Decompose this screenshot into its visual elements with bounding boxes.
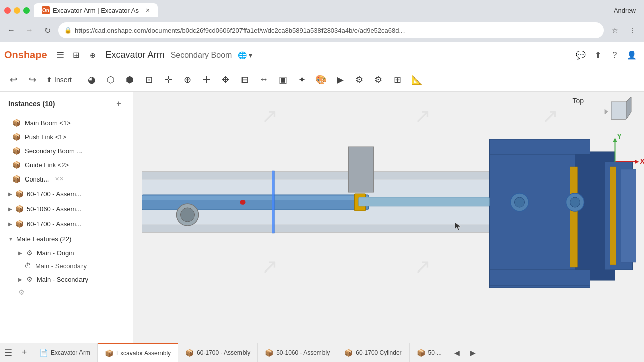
minimize-button[interactable] bbox=[14, 7, 20, 14]
top-label: Top bbox=[572, 97, 584, 105]
tab-label-50-extra: 50-... bbox=[428, 349, 442, 356]
tab-label-60-1700: 60-1700 - Assembly bbox=[197, 349, 250, 356]
svg-marker-33 bbox=[605, 109, 608, 114]
user-profile-button[interactable]: 👤 bbox=[624, 47, 640, 63]
section-button[interactable]: ⬢ bbox=[121, 71, 139, 89]
assembly-icon-3: 📦 bbox=[15, 220, 24, 228]
move-button[interactable]: ✢ bbox=[197, 71, 215, 89]
undo-button[interactable]: ↩ bbox=[4, 71, 22, 89]
svg-marker-32 bbox=[626, 97, 631, 119]
render-button[interactable]: 🎨 bbox=[312, 71, 330, 89]
reload-button[interactable]: ↻ bbox=[40, 23, 54, 37]
help-button[interactable]: ? bbox=[607, 47, 623, 63]
zoom-fit-button[interactable]: ⊡ bbox=[140, 71, 158, 89]
svg-rect-5 bbox=[570, 167, 578, 267]
tab-nav-right[interactable]: ▶ bbox=[465, 345, 481, 361]
tab-excavator-assembly[interactable]: 📦 Excavator Assembly bbox=[98, 343, 178, 363]
app-title: Excavator Arm bbox=[106, 50, 165, 60]
bookmark-button[interactable]: ☆ bbox=[608, 23, 622, 37]
sidebar-mate-main-secondary-2[interactable]: ▶ ⚙ Main - Secondary bbox=[0, 273, 133, 286]
tab-close-button[interactable]: × bbox=[146, 6, 150, 14]
pan-button[interactable]: ✥ bbox=[216, 71, 234, 89]
maximize-button[interactable] bbox=[23, 7, 30, 14]
svg-rect-11 bbox=[142, 196, 369, 200]
tab-add-button[interactable]: + bbox=[16, 345, 32, 361]
tab-60-1700-cylinder[interactable]: 📦 60-1700 Cylinder bbox=[337, 343, 409, 363]
sidebar-item-push-link[interactable]: 📦 Push Link <1> bbox=[0, 130, 133, 144]
push-link-label: Push Link <1> bbox=[25, 133, 66, 141]
chat-button[interactable]: 💬 bbox=[573, 47, 589, 63]
constr-decoration: ✕✕ bbox=[55, 176, 64, 183]
grid-button[interactable]: ⊞ bbox=[388, 71, 407, 89]
rotate-button[interactable]: ⊕ bbox=[178, 71, 196, 89]
mate-revolute-icon-1: ⏱ bbox=[24, 262, 31, 270]
view-mode-button[interactable]: ◕ bbox=[83, 71, 101, 89]
back-button[interactable]: ← bbox=[4, 23, 18, 37]
insert-label: Insert bbox=[54, 76, 72, 84]
viewport[interactable]: ↗ ↗ ↗ ↗ ↗ ↗ ↗ ↗ bbox=[133, 92, 644, 343]
address-bar[interactable]: 🔒 https://cad.onshape.com/documents/b0dc… bbox=[58, 22, 604, 38]
measure-button[interactable]: 📐 bbox=[408, 71, 426, 89]
snap-button[interactable]: ↔ bbox=[255, 71, 273, 89]
tab-50-1060-assembly[interactable]: 📦 50-1060 - Assembly bbox=[258, 343, 337, 363]
active-browser-tab[interactable]: On Excavator Arm | Excavator As × bbox=[34, 3, 158, 17]
instances-title: Instances (10) bbox=[8, 100, 55, 108]
tab-60-1700-assembly[interactable]: 📦 60-1700 - Assembly bbox=[178, 343, 258, 363]
share-button[interactable]: ⬆ bbox=[590, 47, 606, 63]
add-instance-sidebar-button[interactable]: + bbox=[113, 98, 125, 110]
tab-50-extra[interactable]: 📦 50-... bbox=[410, 343, 449, 363]
part-icon-push-link: 📦 bbox=[12, 133, 21, 141]
tab-label-excavator-arm: Excavator Arm bbox=[51, 349, 90, 356]
tab-icon-excavator-arm: 📄 bbox=[39, 349, 48, 357]
tab-nav-left[interactable]: ◀ bbox=[449, 345, 465, 361]
sidebar-item-guide-link[interactable]: 📦 Guide Link <2> bbox=[0, 158, 133, 172]
redo-button[interactable]: ↪ bbox=[23, 71, 41, 89]
user-name: Andrew bbox=[614, 7, 640, 14]
mate-features-header[interactable]: ▼ Mate Features (22) bbox=[0, 231, 133, 246]
svg-rect-13 bbox=[359, 197, 490, 206]
onshape-logo: Onshape bbox=[4, 49, 47, 61]
sidebar-group-60-1700-2[interactable]: ▶ 📦 60-1700 - Assem... bbox=[0, 216, 133, 231]
select-button[interactable]: ▣ bbox=[274, 71, 292, 89]
perspective-button[interactable]: ⬡ bbox=[102, 71, 120, 89]
tab-label-excavator-assembly: Excavator Assembly bbox=[116, 350, 171, 357]
insert-button[interactable]: ⬆ Insert bbox=[42, 74, 76, 86]
svg-marker-25 bbox=[635, 160, 639, 164]
sidebar-group-50-1060[interactable]: ▶ 📦 50-1060 - Assem... bbox=[0, 201, 133, 216]
explode-button[interactable]: ✦ bbox=[293, 71, 311, 89]
part-icon-constr: 📦 bbox=[12, 175, 21, 183]
tab-icon-60-1700: 📦 bbox=[185, 349, 194, 357]
hierarchy-button[interactable]: ⊞ bbox=[69, 48, 84, 62]
tab-list-button[interactable]: ☰ bbox=[0, 345, 16, 361]
expand-arrow-2: ▶ bbox=[8, 206, 12, 212]
url-display: https://cad.onshape.com/documents/b0dc26… bbox=[75, 27, 598, 34]
sidebar-mate-main-origin[interactable]: ▶ ⚙ Main - Origin bbox=[0, 246, 133, 259]
add-instance-button[interactable]: ⊕ bbox=[86, 48, 100, 62]
settings-button[interactable]: ⚙ bbox=[350, 71, 368, 89]
sidebar-group-60-1700-1[interactable]: ▶ 📦 60-1700 - Assem... bbox=[0, 186, 133, 201]
animate-button[interactable]: ▶ bbox=[331, 71, 349, 89]
3d-model: X Y bbox=[133, 122, 644, 323]
language-button[interactable]: 🌐 ▾ bbox=[238, 51, 252, 59]
hamburger-menu[interactable]: ☰ bbox=[53, 48, 67, 62]
orientation-cube[interactable] bbox=[604, 97, 634, 129]
app-subtitle: Secondary Boom bbox=[171, 51, 232, 60]
sidebar: Instances (10) + 📦 Main Boom <1> 📦 Push … bbox=[0, 92, 133, 343]
preferences-button[interactable]: ⚙ bbox=[369, 71, 387, 89]
instances-header: Instances (10) + bbox=[0, 92, 133, 116]
sidebar-item-main-boom[interactable]: 📦 Main Boom <1> bbox=[0, 116, 133, 130]
sidebar-mate-extra[interactable]: ⚙ bbox=[0, 286, 133, 299]
tab-excavator-arm[interactable]: 📄 Excavator Arm bbox=[32, 343, 98, 363]
align-button[interactable]: ⊟ bbox=[235, 71, 254, 89]
sidebar-mate-main-secondary-1[interactable]: ⏱ Main - Secondary bbox=[0, 259, 133, 273]
sidebar-item-secondary-boom[interactable]: 📦 Secondary Boom ... bbox=[0, 144, 133, 158]
close-button[interactable] bbox=[4, 7, 11, 14]
app-area: Onshape ☰ ⊞ ⊕ Excavator Arm Secondary Bo… bbox=[0, 42, 644, 362]
forward-button[interactable]: → bbox=[22, 23, 36, 37]
new-tab[interactable] bbox=[158, 11, 178, 17]
transform-button[interactable]: ✛ bbox=[159, 71, 177, 89]
mate-main-origin-label: Main - Origin bbox=[37, 249, 74, 257]
menu-button[interactable]: ⋮ bbox=[626, 23, 640, 37]
mate-icon-2: ⚙ bbox=[26, 275, 33, 283]
sidebar-item-constr[interactable]: 📦 Constr... ✕✕ bbox=[0, 172, 133, 186]
